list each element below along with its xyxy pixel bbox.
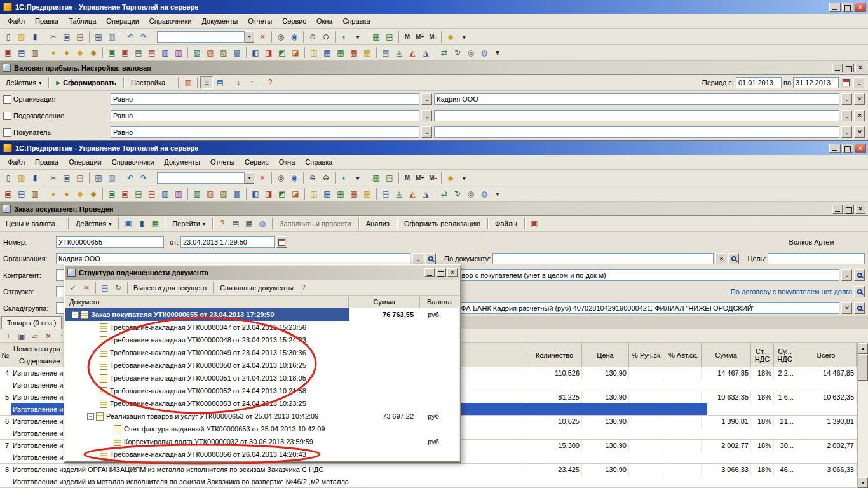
menu-item[interactable]: Справка (300, 156, 337, 168)
coin-in-icon[interactable]: ● (47, 46, 60, 59)
show-for-current-button[interactable]: Вывести для текущего (130, 283, 210, 293)
gross-profit-report-icon[interactable]: ◫ (308, 187, 320, 200)
cash-order-icon[interactable]: ▥ (29, 46, 41, 59)
subordination-row[interactable]: Требование-накладная УТК00000052 от 24.0… (65, 384, 459, 397)
menu-item[interactable]: Файл (3, 156, 30, 168)
copy-icon[interactable]: ▣ (60, 172, 73, 184)
window2-minimize-button[interactable] (829, 144, 841, 153)
column-header-document[interactable]: Документ (65, 296, 349, 308)
find-icon[interactable]: ◎ (275, 30, 287, 43)
window1-minimize-button[interactable] (829, 3, 841, 12)
receipt-doc-icon[interactable]: ▣ (105, 46, 118, 59)
menu-item[interactable]: Сервис (240, 156, 274, 168)
key-icon[interactable]: ◆ (444, 30, 457, 43)
menu-item[interactable]: Операции (64, 156, 106, 168)
invoice-doc-icon[interactable]: ▥ (159, 187, 172, 200)
subordination-row[interactable]: Требование-накладная УТК00000056 от 26.0… (65, 448, 459, 461)
menu-item[interactable]: Правка (30, 156, 64, 168)
filter-condition-select-button[interactable]: ... (421, 126, 432, 138)
by-document-clear-button[interactable]: ✕ (715, 253, 726, 264)
counterparties-icon[interactable]: ◬ (393, 187, 405, 200)
cash-report-icon[interactable]: ▦ (361, 187, 374, 200)
search-input[interactable] (157, 31, 245, 43)
column-header-currency[interactable]: Валюта (420, 296, 459, 308)
files-button[interactable]: Файлы (491, 219, 521, 229)
tree-expander-icon[interactable]: − (72, 311, 79, 318)
subordination-row[interactable]: Требование-накладная УТК00000047 от 23.0… (65, 321, 459, 334)
menu-item[interactable]: Файл (3, 15, 30, 27)
subordination-row[interactable]: Требование-накладная УТК00000051 от 24.0… (65, 372, 459, 384)
window1-titlebar[interactable]: 1С:Предприятие - Управление Торговлей на… (0, 0, 868, 14)
chart-icon[interactable]: ▥ (182, 76, 194, 89)
filter-value-input[interactable] (434, 126, 839, 138)
open-folder-icon[interactable]: ▨ (15, 30, 28, 43)
zoom-in-icon[interactable]: ⊕ (306, 30, 319, 43)
reserve-icon[interactable]: ◪ (289, 46, 302, 59)
order-actions-button[interactable]: Действия ▾ (72, 219, 115, 229)
debt-open-button[interactable] (854, 286, 865, 297)
report-titlebar[interactable]: Валовая прибыль. Настройка: валовая × (0, 61, 868, 75)
movement-icon[interactable]: ▩ (231, 187, 243, 200)
bank-account-input[interactable] (444, 302, 839, 314)
fill-and-post-button[interactable]: Заполнить и провести (276, 219, 355, 229)
order-minimize-button[interactable] (832, 205, 843, 214)
warehouses-icon[interactable]: ◮ (419, 187, 432, 200)
bank-clear-button[interactable]: ✕ (841, 302, 852, 314)
add-row-icon[interactable]: + (2, 330, 15, 342)
search-dropdown-button[interactable]: ▾ (245, 172, 254, 184)
select-current-icon[interactable]: ✓ (67, 281, 79, 294)
column-header-manual-discount[interactable]: % Руч.ск. (629, 343, 665, 367)
price-list-icon[interactable]: ▤ (379, 187, 392, 200)
warehouse-receipt-icon[interactable]: ▧ (191, 46, 203, 59)
refresh-icon[interactable]: ↻ (451, 187, 464, 200)
more-tools-caret[interactable]: ▾ (491, 46, 504, 59)
period-settings-button[interactable]: ... (853, 77, 864, 88)
kassa-icon[interactable]: ▣ (2, 46, 15, 59)
sales-report-icon[interactable]: ▦ (321, 46, 334, 59)
subordination-row[interactable]: − Заказ покупателя УТК00000655 от 23.04.… (65, 308, 459, 321)
expand-levels-icon[interactable]: ↓ (232, 76, 245, 89)
payment-order-icon[interactable]: ▤ (15, 187, 28, 200)
dialog-close-button[interactable]: × (447, 268, 458, 277)
dialog-restore-button[interactable] (436, 268, 446, 277)
analysis-button[interactable]: Анализ (362, 219, 393, 229)
order-restore-button[interactable] (844, 205, 854, 214)
window2-restore-button[interactable] (842, 144, 853, 153)
receipt-doc-icon[interactable]: ▣ (105, 187, 118, 200)
period-to-input[interactable] (793, 77, 839, 88)
column-header-sum[interactable]: Сумма (349, 296, 420, 308)
subordination-row[interactable]: Требование-накладная УТК00000053 от 24.0… (65, 397, 459, 410)
order-titlebar[interactable]: Заказ покупателя: Проведен × (0, 202, 868, 216)
warehouses-icon[interactable]: ◮ (419, 46, 432, 59)
period-calendar-button[interactable] (841, 77, 851, 88)
stock-report-icon[interactable]: ▦ (334, 187, 347, 200)
price-list-icon[interactable]: ▤ (379, 46, 392, 59)
calculator-memory-button[interactable]: М+ (414, 30, 426, 43)
exchange-icon[interactable]: ⇄ (438, 187, 451, 200)
filter-condition-select-button[interactable]: ... (421, 110, 432, 121)
counterparties-icon[interactable]: ◬ (393, 46, 405, 59)
report-close-button[interactable]: × (855, 64, 865, 72)
order-close-button[interactable]: × (855, 205, 865, 214)
save-icon[interactable]: ▮ (29, 30, 41, 43)
collapse-levels-icon[interactable]: ↑ (245, 76, 258, 89)
cash-order-icon[interactable]: ▥ (29, 187, 41, 200)
scroll-down-button[interactable]: ▼ (858, 477, 868, 488)
menu-item[interactable]: Таблица (64, 15, 101, 27)
info-caret[interactable]: ▾ (351, 172, 364, 184)
facture-doc-icon[interactable]: ▥ (172, 46, 185, 59)
subordination-row[interactable]: Требование-накладная УТК00000048 от 23.0… (65, 334, 459, 346)
calculator-memory-button[interactable]: М- (427, 172, 438, 184)
coin-in-icon[interactable]: ● (47, 187, 60, 200)
scroll-up-button[interactable]: ▲ (858, 343, 868, 354)
contract-input[interactable] (444, 269, 839, 281)
report-actions-button[interactable]: Действия ▾ (2, 78, 45, 88)
help-icon[interactable]: ? (297, 281, 310, 294)
organization-input[interactable] (56, 253, 410, 264)
column-header-vat-rate[interactable]: Ст... НДС (751, 343, 774, 367)
subordination-row[interactable]: − Реализация товаров и услуг УТК00000653… (65, 410, 459, 423)
grid-icon[interactable]: ▦ (370, 172, 383, 184)
grouping-tree-icon[interactable]: ≡ (200, 76, 213, 89)
column-header-auto-discount[interactable]: % Авт.ск. (665, 343, 702, 367)
calculator-memory-button[interactable]: М+ (414, 172, 426, 184)
